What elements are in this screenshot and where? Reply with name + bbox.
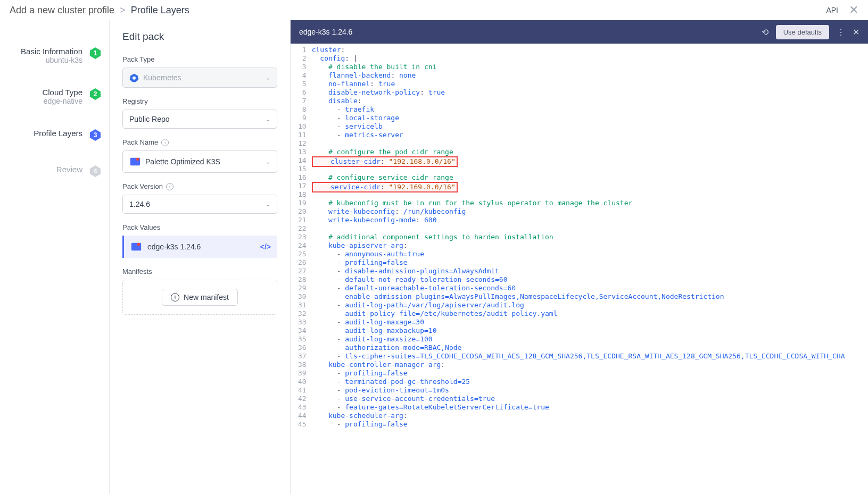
chevron-down-icon: ⌄ [266,158,270,165]
registry-select[interactable]: Public Repo ⌄ [122,110,277,129]
pack-type-select: Kubernetes ⌄ [122,68,277,88]
step-title: Basic Information [21,47,82,56]
pack-name-value: Palette Optimized K3S [145,157,220,166]
editor-body[interactable]: 1234567891011121314151617181920212223242… [291,44,868,494]
line-gutter: 1234567891011121314151617181920212223242… [291,46,312,494]
pack-version-label: Pack Version i [122,182,277,190]
pack-type-value: Kubernetes [143,73,181,82]
plus-circle-icon: + [171,293,179,302]
step-title: Cloud Type [42,88,82,97]
edit-pack-panel: Edit pack Pack Type Kubernetes ⌄ Registr… [110,20,291,494]
svg-point-5 [133,77,136,80]
panel-title: Edit pack [122,31,277,43]
step-badge: 2 [89,88,102,101]
pack-name-label: Pack Name i [122,138,277,146]
k3s-pack-icon [130,241,142,253]
pack-version-select[interactable]: 1.24.6 ⌄ [122,195,277,214]
registry-value: Public Repo [129,115,170,123]
info-icon[interactable]: i [161,139,169,146]
step-subtitle: ubuntu-k3s [21,56,82,64]
registry-label: Registry [122,97,277,105]
breadcrumb-current: Profile Layers [131,5,189,16]
k3s-pack-icon [129,156,141,168]
code-content[interactable]: cluster: config: | # disable the built i… [312,46,868,494]
more-vertical-icon[interactable]: ⋮ [837,27,845,37]
svg-point-9 [137,243,140,246]
step-badge: 1 [89,47,102,60]
svg-point-7 [136,158,139,161]
pack-value-item[interactable]: edge-k3s 1.24.6 </> [122,236,277,258]
step-subtitle: edge-native [42,97,82,105]
wizard-steps: Basic Information ubuntu-k3s 1 Cloud Typ… [0,20,110,494]
code-icon[interactable]: </> [260,242,271,251]
manifests-label: Manifests [122,267,277,275]
step-title: Profile Layers [34,129,82,138]
refresh-icon[interactable]: ⟲ [762,27,768,37]
chevron-right-icon: > [120,5,126,16]
step-badge: 3 [89,129,102,141]
use-defaults-button[interactable]: Use defaults [776,25,829,39]
pack-name-select[interactable]: Palette Optimized K3S ⌄ [122,150,277,173]
breadcrumb-root[interactable]: Add a new cluster profile [10,5,114,16]
editor-header: edge-k3s 1.24.6 ⟲ Use defaults ⋮ ✕ [291,20,868,44]
pack-version-value: 1.24.6 [129,200,150,208]
step-title: Review [56,165,82,174]
new-manifest-button[interactable]: + New manifest [162,289,238,306]
manifests-container: + New manifest [122,280,277,315]
step-profile-layers[interactable]: Profile Layers 3 [0,129,109,141]
breadcrumb: Add a new cluster profile > Profile Laye… [10,5,189,16]
yaml-editor-panel: edge-k3s 1.24.6 ⟲ Use defaults ⋮ ✕ 12345… [291,20,868,494]
pack-value-name: edge-k3s 1.24.6 [147,242,201,251]
editor-title: edge-k3s 1.24.6 [299,28,352,36]
step-basic-information[interactable]: Basic Information ubuntu-k3s 1 [0,47,109,64]
step-badge: 4 [89,165,102,178]
info-icon[interactable]: i [166,183,173,190]
close-icon[interactable]: ✕ [853,27,859,37]
step-review: Review 4 [0,165,109,178]
pack-type-label: Pack Type [122,55,277,63]
step-cloud-type[interactable]: Cloud Type edge-native 2 [0,88,109,105]
close-icon[interactable]: ✕ [849,3,858,17]
api-link[interactable]: API [826,6,838,14]
chevron-down-icon: ⌄ [266,74,270,81]
chevron-down-icon: ⌄ [266,201,270,208]
pack-values-label: Pack Values [122,223,277,231]
kubernetes-icon [129,73,139,82]
chevron-down-icon: ⌄ [266,116,270,123]
